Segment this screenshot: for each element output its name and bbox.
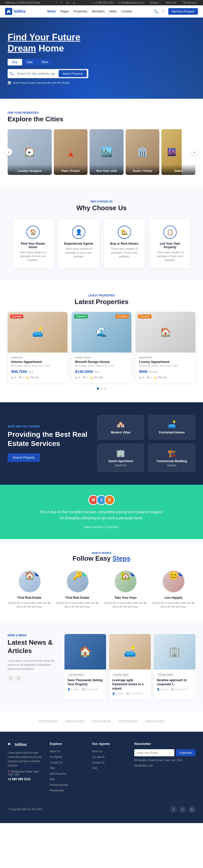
property-card-2[interactable]: Featured For Rent 🌊 Design House Monolit…: [72, 312, 131, 382]
social-links[interactable]: f t in g: [55, 1, 76, 4]
footer-about-text: Lorem ipsum dolor sit amet consectetur a…: [8, 750, 42, 768]
city-newyork[interactable]: 🏙️ New York / USA: [90, 129, 124, 175]
support-link[interactable]: Support: [150, 1, 159, 4]
search-input[interactable]: [15, 70, 57, 77]
wishlist-link[interactable]: Wish List: [166, 1, 176, 4]
testimonial-author: Mike Harrison / Customer: [13, 525, 190, 529]
dot-2: [100, 388, 103, 390]
footer-link-pricing[interactable]: Pricing Package: [50, 783, 68, 786]
add-property-button[interactable]: Add New Property: [168, 8, 198, 15]
footer-agent-link-3[interactable]: Contact Us: [92, 761, 105, 764]
why-card-desc-4: There many variation of passages of lore…: [154, 250, 186, 262]
city-london[interactable]: 🏠 London / England ▶: [8, 129, 52, 175]
step-4: 😊 04 Live Happily Quisey tell us imus ad…: [151, 570, 195, 609]
why-card-desc-1: There many variation of passages of lore…: [17, 250, 49, 262]
cities-arrow-right[interactable]: ›: [191, 149, 198, 156]
welcome-text: Welcome to Tollins Real Estate: [5, 1, 40, 4]
property-name-3: Luxury Appartment: [139, 360, 192, 364]
footer-link-add[interactable]: Add Properties: [50, 772, 66, 775]
nav-home[interactable]: Home: [47, 10, 56, 13]
nav-properties[interactable]: Properties: [74, 10, 88, 13]
step-num-4: 04: [179, 571, 184, 577]
footer-link-faq[interactable]: FAQ: [50, 767, 55, 770]
footer-link-contact[interactable]: Contact Us: [50, 761, 62, 764]
property-card-3[interactable]: For Rent 🏠 Appartment Luxury Appartment …: [136, 312, 195, 382]
news-section: News & Media Latest News & Articles Lore…: [0, 621, 203, 711]
footer-logo: tollins: [8, 742, 42, 747]
service-apartment[interactable]: 🏢 Sweet Apartment Apartment: [97, 444, 144, 472]
cities-grid: 🏠 London / England ▶ 🗼 Paris / France 🏙️…: [8, 129, 195, 175]
search-button[interactable]: Search Property: [59, 70, 87, 77]
logo[interactable]: tollins: [5, 8, 26, 15]
news-arrow-left[interactable]: ‹: [8, 675, 14, 681]
city-paris[interactable]: 🗼 Paris / France: [54, 129, 88, 175]
nav-contact[interactable]: Contact: [121, 10, 132, 13]
city-dubai[interactable]: 🌆 Dubai: [161, 129, 195, 175]
footer-link-about[interactable]: About Us: [50, 750, 60, 753]
property-card-1[interactable]: For Sale 🛋️ Apartment Interior Appartmen…: [8, 312, 67, 382]
news-card-meta-2: 👤 5 Admin💬 2 Comments: [112, 692, 148, 695]
footer-agent-link-4[interactable]: FAQ: [92, 767, 97, 770]
tab-buy[interactable]: Buy: [8, 59, 22, 65]
news-left: News & Media Latest News & Articles Lore…: [8, 634, 58, 698]
news-card-1[interactable]: 🏠 02 Nov, 2020 Save Thousands Selling Yo…: [64, 634, 106, 698]
testimonial-section: M J K This is due to their excellent ser…: [0, 485, 203, 539]
service-modern-villas[interactable]: 🏘️ Modern Villas: [97, 415, 144, 440]
footer-agent-link-2[interactable]: Our Agents: [92, 755, 105, 758]
news-card-3[interactable]: 🏢 02 Nov, 2019 Iterative approach to cor…: [154, 634, 195, 698]
property-type-2: Design House: [75, 356, 128, 359]
footer-social-linkedin[interactable]: in: [188, 806, 195, 813]
step-desc-4: Quisey tell us imus addo vivita ulte dib…: [151, 601, 195, 609]
footer-social-twitter[interactable]: t: [179, 806, 186, 813]
footer-link-membership[interactable]: Membership: [50, 789, 64, 792]
property-badge-2b: For Rent: [115, 314, 129, 318]
nav-pages[interactable]: Pages: [60, 10, 69, 13]
account-link[interactable]: My Account: [183, 1, 196, 4]
news-card-2[interactable]: 🛋️ 02 Nov, 2019 Leverage agile framework…: [109, 634, 151, 698]
tab-sale[interactable]: Sale: [22, 59, 37, 65]
footer-newsletter-email: info@tollins.com: [134, 764, 195, 767]
city-rome[interactable]: 🏛️ Rome / Turkey: [126, 129, 160, 175]
footer-link-blog[interactable]: Blog: [50, 778, 55, 781]
search-icon-bar: 🔍: [9, 71, 13, 75]
social-instagram[interactable]: in: [66, 1, 69, 4]
service-building[interactable]: 🏗️ Commercial Building Building: [148, 444, 195, 472]
newsletter-email-input[interactable]: [134, 749, 174, 756]
news-image-1: 🏠: [64, 634, 106, 670]
step-num-2: 02: [83, 571, 88, 577]
step-desc-2: Quisey tell us imus addo vivita ulte dib…: [56, 601, 99, 609]
social-facebook[interactable]: f: [56, 1, 57, 4]
tab-rent[interactable]: Rent: [37, 59, 53, 65]
step-num-1: 01: [35, 571, 40, 577]
newsletter-subscribe-button[interactable]: Subscribe: [176, 749, 195, 756]
why-card-title-4: List Your Own Property: [154, 242, 186, 249]
service-furnished-homes[interactable]: 🛋️ Furnished Homes: [148, 415, 195, 440]
logo-envato-5: #envato: [145, 718, 164, 724]
social-twitter[interactable]: t: [61, 1, 62, 4]
search-property-button[interactable]: Search Property: [8, 453, 40, 462]
properties-section: Latest Properties Latest Properties For …: [0, 281, 203, 402]
news-date-2: 02 Nov, 2019: [112, 673, 130, 677]
search-icon[interactable]: 🔍: [154, 9, 159, 14]
property-dots: [8, 388, 195, 390]
nav-news[interactable]: News: [109, 10, 117, 13]
social-google[interactable]: g: [73, 1, 75, 4]
cities-arrow-left[interactable]: ‹: [5, 149, 12, 156]
property-type-3: Appartment: [139, 356, 192, 359]
footer-agents-title: Our Agents: [92, 742, 127, 746]
footer-social-facebook[interactable]: f: [170, 806, 177, 813]
why-card-4: 📋 List Your Own Property There many vari…: [150, 220, 190, 268]
footer-newsletter: Newsletter Subscribe 88 Brooklyn Street …: [134, 742, 195, 794]
why-icon-3: 🏡: [118, 226, 131, 239]
footer-link-agents[interactable]: Our Agents: [50, 755, 62, 758]
steps-title: Follow Easy Steps: [8, 555, 195, 562]
properties-label: Latest Properties: [88, 294, 115, 297]
properties-title: Latest Properties: [8, 298, 195, 306]
news-card-title-1: Save Thousands Selling Your Property: [67, 678, 103, 687]
nav-members[interactable]: Members: [92, 10, 105, 13]
heart-icon[interactable]: ♡: [162, 9, 165, 14]
city-arrow-london[interactable]: ▶: [26, 149, 33, 156]
footer-explore-title: Explore: [50, 742, 84, 746]
news-arrow-right[interactable]: ›: [15, 675, 21, 681]
footer-agent-link-1[interactable]: About Us: [92, 750, 103, 753]
